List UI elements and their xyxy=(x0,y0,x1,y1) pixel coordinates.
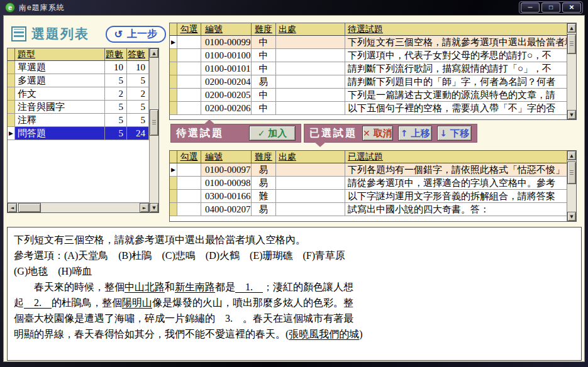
scroll-up-button[interactable]: ▲ xyxy=(567,23,576,33)
scroll-thumb[interactable] xyxy=(567,34,576,54)
table-row[interactable]: ▶ 問答題 5 24 xyxy=(8,127,149,140)
scroll-up-button[interactable]: ▲ xyxy=(567,151,576,160)
scroll-track[interactable] xyxy=(567,160,576,212)
column-header-type[interactable]: 題型 xyxy=(15,48,105,60)
row-selector[interactable]: ▶ xyxy=(8,114,15,126)
move-up-button[interactable]: ↑ 上移 xyxy=(398,126,433,141)
column-header-id[interactable]: 編號 xyxy=(201,151,252,163)
checkbox-cell[interactable] xyxy=(177,36,201,48)
add-button[interactable]: ✓ 加入 xyxy=(249,126,296,141)
preview-line: 春天來的時候，整個中山北路和新生南路都是 1. ；淒紅的顏色讓人想 xyxy=(14,279,575,295)
preview-line: 起 2. 的杜鵑鳥，整個陽明山像是爆發的火山，噴出那麼多炫人的色彩。整 xyxy=(14,295,575,310)
minimize-button[interactable]: ─ xyxy=(521,3,540,13)
column-header-id[interactable]: 編號 xyxy=(201,23,252,35)
question-types-header: 題型 題數 答數 xyxy=(8,48,149,61)
scroll-down-button[interactable]: ▼ xyxy=(567,110,576,119)
row-selector[interactable]: ▶ xyxy=(170,203,177,216)
table-row[interactable]: ▶ 0300-00166 難 以下字謎均運用文字形音義的拆解組合，請將答案 xyxy=(170,190,567,203)
table-row[interactable]: ▶ 多選題 5 5 xyxy=(8,74,149,87)
row-selector[interactable]: ▶ xyxy=(170,89,177,101)
row-selector[interactable]: ▶ xyxy=(170,36,177,48)
table-row[interactable]: ▶ 0200-00204 易 請判斷下列題目中的「師」字，何者為名詞？何者 xyxy=(170,75,567,89)
source-cell xyxy=(276,62,345,75)
column-header-question[interactable]: 已選試題 xyxy=(345,151,567,163)
difficulty-cell: 中 xyxy=(252,102,276,114)
id-cell: 0100-00097 xyxy=(201,163,252,176)
scroll-left-button[interactable]: ◄ xyxy=(8,203,17,212)
table-row[interactable]: ▶ 0100-00097 易 下列各題均有一個錯字，請依照此格式「怙惡不悛」 xyxy=(170,163,567,177)
scrollbar-vertical[interactable]: ▲ ▼ xyxy=(149,48,158,212)
column-header-check[interactable]: 勾選 xyxy=(177,151,201,163)
scroll-thumb[interactable] xyxy=(150,109,158,136)
checkbox-cell[interactable] xyxy=(177,75,201,88)
back-button[interactable]: ↺ 上一步 xyxy=(106,26,166,43)
row-selector[interactable]: ▶ xyxy=(8,101,15,113)
scroll-track[interactable] xyxy=(567,33,576,110)
close-button[interactable]: ✕ xyxy=(562,3,581,13)
column-header-difficulty[interactable]: 難度 xyxy=(252,23,276,35)
chosen-toolbar: 已選試題 ✕ 取消 ↑ 上移 ↓ 下移 xyxy=(304,124,477,143)
column-header-source[interactable]: 出處 xyxy=(276,23,345,35)
scroll-down-button[interactable]: ▼ xyxy=(150,203,158,212)
question-cell: 請判斷下列題目中的「師」字，何者為名詞？何者 xyxy=(345,75,567,88)
type-cell: 多選題 xyxy=(15,74,105,87)
row-selector[interactable]: ▶ xyxy=(170,163,177,176)
table-row[interactable]: ▶ 0100-00098 易 請從參考選項中，選擇適合的字填入空格中。參考 xyxy=(170,177,567,190)
table-row[interactable]: ▶ 單選題 10 10 xyxy=(8,61,149,74)
chosen-grid-body: ▶ 0100-00097 易 下列各題均有一個錯字，請依照此格式「怙惡不悛」 ▶… xyxy=(170,163,567,216)
checkbox-cell[interactable] xyxy=(177,177,201,189)
row-selector[interactable]: ▶ xyxy=(170,102,177,114)
row-selector[interactable]: ▶ xyxy=(8,74,15,87)
checkbox-cell[interactable] xyxy=(177,89,201,101)
column-header-questions[interactable]: 題數 xyxy=(105,48,127,60)
checkbox-cell[interactable] xyxy=(177,163,201,176)
chosen-grid-header: 勾選 編號 難度 出處 已選試題 xyxy=(170,151,567,163)
checkbox-cell[interactable] xyxy=(177,203,201,216)
pending-toolbar: 待選試題 ✓ 加入 xyxy=(170,124,301,143)
row-selector[interactable]: ▶ xyxy=(170,177,177,189)
table-row[interactable]: ▶ 0100-00101 中 請判斷下列流行歌詞，描寫親情的請打「○」，不 xyxy=(170,62,567,75)
table-row[interactable]: ▶ 作文 2 2 xyxy=(8,87,149,101)
difficulty-cell: 易 xyxy=(252,203,276,216)
column-header-answers[interactable]: 答數 xyxy=(127,48,149,60)
row-selector[interactable]: ▶ xyxy=(8,127,15,140)
row-selector[interactable]: ▶ xyxy=(170,62,177,75)
cancel-button[interactable]: ✕ 取消 xyxy=(362,126,393,141)
scroll-down-button[interactable]: ▼ xyxy=(567,212,576,221)
maximize-button[interactable]: □ xyxy=(541,3,560,13)
scroll-thumb[interactable] xyxy=(18,203,41,212)
table-row[interactable]: ▶ 0400-00207 易 試寫出中國小說的四大奇書。答： xyxy=(170,203,567,216)
scrollbar-vertical[interactable]: ▲ ▼ xyxy=(567,23,576,119)
scroll-track[interactable] xyxy=(17,203,140,212)
table-row[interactable]: ▶ 0200-00205 中 下列是一篇講述古文運動的源流與特色的文章，請 xyxy=(170,89,567,102)
row-selector[interactable]: ▶ xyxy=(8,61,15,74)
column-header-difficulty[interactable]: 難度 xyxy=(252,151,276,163)
scroll-up-button[interactable]: ▲ xyxy=(150,48,158,58)
table-row[interactable]: ▶ 0100-00100 中 下列選項中，代表子女對父母的孝思的請打○，不 xyxy=(170,49,567,62)
row-selector[interactable]: ▶ xyxy=(170,190,177,202)
answers-cell: 5 xyxy=(127,101,149,113)
scroll-right-button[interactable]: ► xyxy=(140,203,149,212)
scroll-thumb[interactable] xyxy=(567,162,576,184)
move-down-button[interactable]: ↓ 下移 xyxy=(437,126,472,141)
selector-header xyxy=(170,23,177,35)
table-row[interactable]: ▶ 0100-00099 中 下列短文有三個空格，請就參考選項中選出最恰當者填入… xyxy=(170,36,567,49)
column-header-check[interactable]: 勾選 xyxy=(177,23,201,35)
row-selector[interactable]: ▶ xyxy=(170,49,177,62)
checkbox-cell[interactable] xyxy=(177,190,201,202)
checkbox-cell[interactable] xyxy=(177,62,201,75)
table-row[interactable]: ▶ 0200-00206 中 以下五個句子裡的空格，需要填入帶「不」字的否 xyxy=(170,102,567,115)
row-selector[interactable]: ▶ xyxy=(170,75,177,88)
source-cell xyxy=(276,49,345,62)
row-selector[interactable]: ▶ xyxy=(8,87,15,100)
scrollbar-horizontal[interactable]: ◄ ► xyxy=(8,202,149,212)
table-row[interactable]: ▶ 注音與國字 5 5 xyxy=(8,101,149,114)
column-header-question[interactable]: 待選試題 xyxy=(345,23,567,35)
checkbox-cell[interactable] xyxy=(177,102,201,114)
table-row[interactable]: ▶ 注釋 5 5 xyxy=(8,114,149,127)
checkbox-cell[interactable] xyxy=(177,49,201,62)
scroll-track[interactable] xyxy=(150,58,158,203)
scrollbar-vertical[interactable]: ▲ ▼ xyxy=(567,151,576,221)
column-header-source[interactable]: 出處 xyxy=(276,151,345,163)
difficulty-cell: 易 xyxy=(252,177,276,189)
